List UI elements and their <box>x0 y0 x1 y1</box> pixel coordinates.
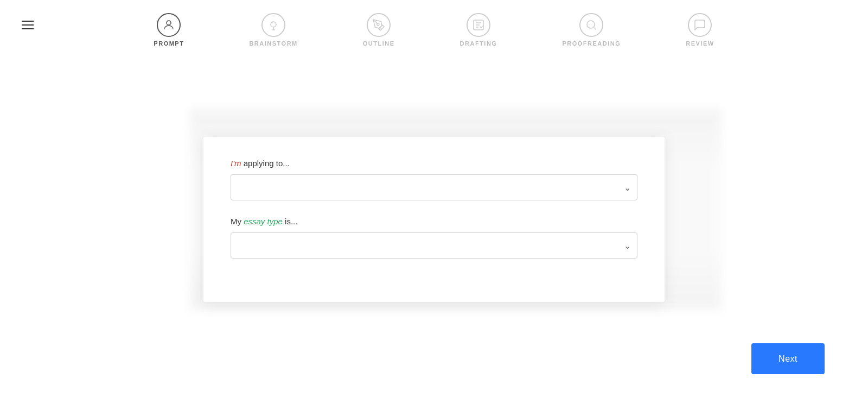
applying-label-text: applying to... <box>241 159 290 168</box>
nav-step-brainstorm[interactable]: BRAINSTORM <box>249 13 297 47</box>
nav-step-prompt[interactable]: PROMPT <box>154 13 184 47</box>
brainstorm-icon <box>261 13 285 37</box>
essay-type-select-wrapper: ⌄ <box>231 232 637 259</box>
svg-point-1 <box>271 22 276 27</box>
essay-type-label-middle: essay type <box>244 217 283 226</box>
proofreading-icon <box>579 13 603 37</box>
outline-label: OUTLINE <box>363 40 395 47</box>
drafting-icon <box>467 13 490 37</box>
essay-type-label: My essay type is... <box>231 217 637 226</box>
applying-group: I'm applying to... ⌄ <box>231 159 637 200</box>
svg-point-4 <box>587 21 595 28</box>
applying-select[interactable] <box>231 174 637 200</box>
drafting-label: DRAFTING <box>460 40 497 47</box>
next-button[interactable]: Next <box>751 343 825 374</box>
applying-select-wrapper: ⌄ <box>231 174 637 200</box>
svg-point-2 <box>377 23 379 26</box>
review-icon <box>688 13 712 37</box>
nav-steps: PROMPT BRAINSTORM <box>22 13 846 47</box>
essay-type-label-suffix: is... <box>283 217 298 226</box>
essay-type-select[interactable] <box>231 232 637 259</box>
nav-step-outline[interactable]: OUTLINE <box>363 13 395 47</box>
applying-label: I'm applying to... <box>231 159 637 168</box>
proofreading-label: PROOFREADING <box>562 40 621 47</box>
outline-icon <box>367 13 391 37</box>
header: PROMPT BRAINSTORM <box>0 0 868 60</box>
essay-type-group: My essay type is... ⌄ <box>231 217 637 259</box>
menu-icon[interactable] <box>22 21 34 29</box>
essay-type-label-prefix: My <box>231 217 244 226</box>
prompt-label: PROMPT <box>154 40 184 47</box>
nav-step-review[interactable]: REVIEW <box>686 13 714 47</box>
prompt-icon <box>157 13 181 37</box>
nav-step-proofreading[interactable]: PROOFREADING <box>562 13 621 47</box>
brainstorm-label: BRAINSTORM <box>249 40 297 47</box>
applying-label-im: I'm <box>231 159 241 168</box>
form-card: I'm applying to... ⌄ My essay type is...… <box>203 137 665 302</box>
svg-point-0 <box>167 21 171 25</box>
review-label: REVIEW <box>686 40 714 47</box>
nav-step-drafting[interactable]: DRAFTING <box>460 13 497 47</box>
